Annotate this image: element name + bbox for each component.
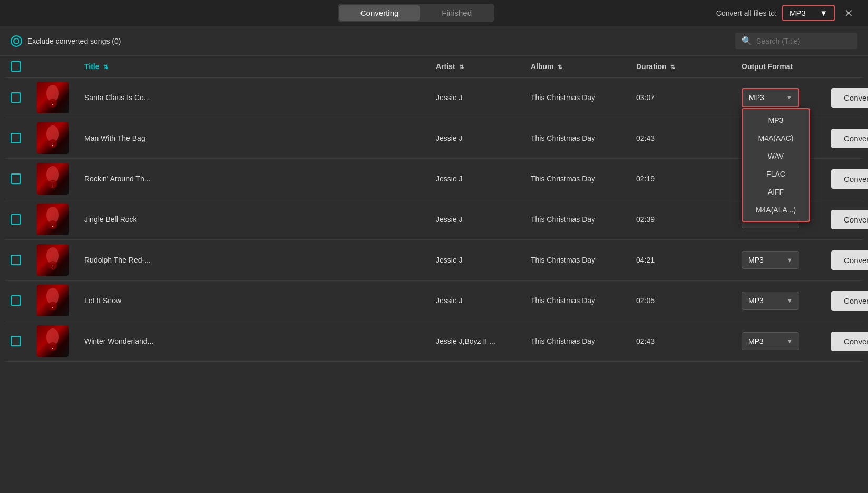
row-1-actions: Convert ✕ (831, 88, 857, 108)
row-6-format-dropdown[interactable]: MP3 ▼ (742, 292, 799, 310)
header-output-format-col: Output Format (742, 62, 831, 71)
svg-text:♪: ♪ (52, 102, 54, 105)
close-button[interactable]: ✕ (840, 5, 857, 22)
row-6-album: This Christmas Day (531, 296, 636, 305)
row-4-thumbnail: ♪ (37, 204, 69, 235)
svg-text:♪: ♪ (52, 264, 54, 268)
format-option-flac[interactable]: FLAC (743, 165, 809, 183)
row-3-album-art: ♪ (37, 163, 69, 195)
row-2-thumbnail: ♪ (37, 122, 69, 154)
row-5-format-cell: MP3 ▼ (742, 251, 831, 269)
header-duration-col: Duration ⇅ (636, 62, 742, 71)
row-5-checkbox[interactable] (11, 255, 21, 265)
table-row: ♪ Rockin' Around Th... Jessie J This Chr… (5, 159, 863, 199)
row-3-checkbox[interactable] (11, 173, 21, 184)
tab-finished[interactable]: Finished (421, 5, 493, 21)
row-5-duration: 04:21 (636, 256, 742, 264)
row-4-checkbox[interactable] (11, 214, 21, 225)
row-7-actions: Convert ✕ (831, 332, 857, 351)
format-option-aiff[interactable]: AIFF (743, 183, 809, 201)
header-title-col: Title ⇅ (84, 62, 436, 71)
row-7-title: Winter Wonderland... (84, 337, 436, 345)
format-option-m4a-ala[interactable]: M4A(ALA...) (743, 201, 809, 219)
row-3-title: Rockin' Around Th... (84, 175, 436, 183)
row-3-actions: Convert ✕ (831, 169, 857, 189)
row-4-actions: Convert ✕ (831, 210, 857, 229)
row-4-title: Jingle Bell Rock (84, 215, 436, 224)
row-2-checkbox-cell (11, 133, 37, 143)
row-6-convert-button[interactable]: Convert (831, 291, 868, 311)
row-7-checkbox[interactable] (11, 336, 21, 346)
table-row: ♪ Winter Wonderland... Jessie J,Boyz II … (5, 321, 863, 362)
table-row: ♪ Jingle Bell Rock Jessie J This Christm… (5, 199, 863, 240)
svg-text:♪: ♪ (52, 183, 54, 187)
row-1-format-dropdown[interactable]: MP3 ▼ (742, 88, 799, 107)
row-5-dropdown-arrow-icon: ▼ (787, 257, 793, 263)
row-7-convert-button[interactable]: Convert (831, 332, 868, 351)
row-5-format-dropdown[interactable]: MP3 ▼ (742, 251, 799, 269)
album-sort-icon[interactable]: ⇅ (558, 64, 562, 70)
table-row: ♪ Rudolph The Red-... Jessie J This Chri… (5, 240, 863, 281)
row-1-format-value: MP3 (749, 93, 764, 102)
row-7-checkbox-cell (11, 336, 37, 346)
global-format-dropdown[interactable]: MP3 ▼ (782, 5, 835, 21)
toolbar: Exclude converted songs (0) 🔍 (0, 26, 868, 56)
row-7-format-cell: MP3 ▼ (742, 332, 831, 350)
row-1-checkbox-cell (11, 92, 37, 103)
tab-converting[interactable]: Converting (339, 5, 420, 21)
row-6-checkbox-cell (11, 295, 37, 306)
exclude-label: Exclude converted songs (0) (27, 37, 121, 45)
tab-group: Converting Finished (338, 4, 494, 22)
exclude-toggle[interactable] (11, 35, 22, 47)
row-3-artist: Jessie J (436, 175, 531, 183)
header-checkbox-col (11, 61, 37, 72)
row-1-album-art: ♪ (37, 82, 69, 113)
row-7-dropdown-arrow-icon: ▼ (787, 338, 793, 344)
row-7-duration: 02:43 (636, 337, 742, 345)
duration-sort-icon[interactable]: ⇅ (670, 64, 675, 70)
format-option-wav[interactable]: WAV (743, 147, 809, 165)
row-5-title: Rudolph The Red-... (84, 256, 436, 264)
svg-text:♪: ♪ (52, 345, 54, 349)
row-3-convert-button[interactable]: Convert (831, 169, 868, 189)
row-5-convert-button[interactable]: Convert (831, 250, 868, 270)
select-all-checkbox[interactable] (11, 61, 21, 72)
row-4-album-art: ♪ (37, 204, 69, 235)
row-1-duration: 03:07 (636, 93, 742, 102)
row-5-thumbnail: ♪ (37, 244, 69, 276)
row-5-artist: Jessie J (436, 256, 531, 264)
row-5-actions: Convert ✕ (831, 250, 857, 270)
svg-text:♪: ♪ (52, 224, 54, 227)
row-2-convert-button[interactable]: Convert (831, 129, 868, 148)
row-6-checkbox[interactable] (11, 295, 21, 306)
row-1-thumbnail: ♪ (37, 82, 69, 113)
row-4-convert-button[interactable]: Convert (831, 210, 868, 229)
table-header: Title ⇅ Artist ⇅ Album ⇅ Duration ⇅ Outp… (5, 56, 863, 78)
row-4-artist: Jessie J (436, 215, 531, 224)
header-album-col: Album ⇅ (531, 62, 636, 71)
row-3-thumbnail: ♪ (37, 163, 69, 195)
top-bar-right: Convert all files to: MP3 ▼ ✕ (716, 5, 857, 22)
svg-text:♪: ♪ (52, 305, 54, 308)
row-2-checkbox[interactable] (11, 133, 21, 143)
row-6-artist: Jessie J (436, 296, 531, 305)
row-7-album: This Christmas Day (531, 337, 636, 345)
global-format-arrow-icon: ▼ (820, 8, 827, 17)
table-row: ♪ Man With The Bag Jessie J This Christm… (5, 118, 863, 159)
format-option-mp3[interactable]: MP3 (743, 111, 809, 129)
svg-text:♪: ♪ (52, 142, 54, 146)
row-3-album: This Christmas Day (531, 175, 636, 183)
row-1-convert-button[interactable]: Convert (831, 88, 868, 108)
row-6-format-value: MP3 (748, 296, 764, 305)
row-1-format-cell: MP3 ▼ MP3 M4A(AAC) WAV FLAC AIFF M4A(ALA… (742, 88, 831, 107)
search-input[interactable] (756, 37, 851, 45)
row-1-checkbox[interactable] (11, 92, 21, 103)
row-4-album: This Christmas Day (531, 215, 636, 224)
row-4-duration: 02:39 (636, 215, 742, 224)
artist-sort-icon[interactable]: ⇅ (459, 64, 464, 70)
search-box: 🔍 (735, 33, 857, 49)
circle-icon (13, 38, 19, 44)
format-option-m4a-aac[interactable]: M4A(AAC) (743, 129, 809, 147)
title-sort-icon[interactable]: ⇅ (103, 64, 108, 70)
row-7-format-dropdown[interactable]: MP3 ▼ (742, 332, 799, 350)
